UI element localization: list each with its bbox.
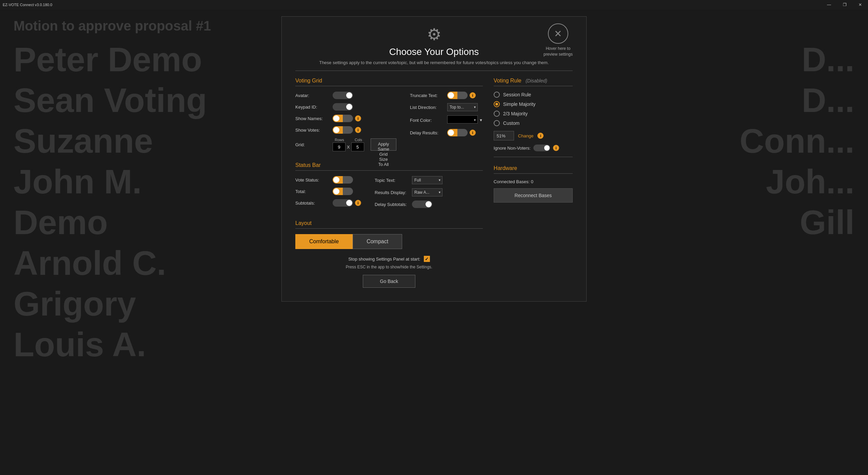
voting-grid-section: Voting Grid Avatar: [295, 78, 483, 155]
rows-label: Rows [333, 138, 346, 142]
cols-label: Cols [352, 138, 365, 142]
truncate-toggle-container: i [447, 92, 476, 99]
voting-rule-section: Voting Rule (Disabled) Session Rule [494, 78, 573, 151]
left-column: Voting Grid Avatar: [295, 78, 483, 288]
grid-label: Grid: [295, 142, 333, 147]
restore-button[interactable]: ❐ [837, 0, 852, 10]
simple-majority-label: Simple Majority [503, 101, 536, 107]
show-votes-toggle-container: i [333, 126, 361, 134]
status-bar-columns: Vote Status: Total: [295, 176, 483, 212]
comfortable-button[interactable]: Comfortable [295, 234, 353, 249]
truncate-info-icon[interactable]: i [470, 92, 476, 98]
total-toggle[interactable] [333, 188, 353, 195]
grid-labels: Rows Cols [333, 138, 365, 142]
twothirds-majority-option[interactable]: 2/3 Majority [494, 111, 573, 117]
show-votes-toggle[interactable] [333, 126, 353, 134]
show-votes-info-icon[interactable]: i [355, 127, 361, 133]
show-names-toggle[interactable] [333, 115, 353, 122]
close-button[interactable]: ✕ [852, 0, 868, 10]
voting-rule-info-icon[interactable]: i [537, 133, 544, 139]
list-direction-dropdown[interactable]: Top to... Bottom to... [447, 103, 478, 111]
stop-showing-label: Stop showing Settings Panel at start: [348, 256, 420, 262]
topic-text-dropdown[interactable]: Full Short None [412, 176, 442, 184]
delay-subtotals-toggle[interactable] [412, 201, 432, 208]
hardware-title: Hardware [494, 165, 573, 174]
keypad-toggle[interactable] [333, 103, 353, 111]
layout-buttons: Comfortable Compact [295, 234, 483, 249]
ignore-info-icon[interactable]: i [553, 145, 559, 151]
ignore-label: Ignore Non-Voters: [494, 146, 531, 151]
voting-rule-label: Voting Rule [494, 78, 521, 83]
avatar-toggle-knob [346, 92, 352, 98]
keypad-label: Keypad ID: [295, 104, 333, 110]
esc-hint: Press ESC in the app to show/hide the Se… [295, 265, 483, 269]
delay-results-toggle[interactable] [447, 129, 468, 136]
settings-overlay: ⚙ Choose Your Options These settings app… [0, 10, 868, 475]
simple-majority-radio [494, 101, 500, 107]
show-names-row: Show Names: i [295, 115, 396, 122]
grid-x-separator: X [346, 145, 351, 150]
window-controls: — ❐ ✕ [821, 0, 868, 10]
twothirds-radio [494, 111, 500, 117]
delay-subtotals-toggle-knob [426, 201, 432, 207]
color-dropdown-arrow: ▼ [479, 118, 483, 122]
truncate-toggle[interactable] [447, 92, 468, 99]
avatar-toggle[interactable] [333, 92, 353, 99]
footer: Stop showing Settings Panel at start: ✓ … [295, 256, 483, 288]
hardware-section: Hardware Connected Bases: 0 Reconnect Ba… [494, 165, 573, 203]
truncate-text-label: Truncate Text: [410, 93, 447, 98]
percent-row: Change i [494, 131, 573, 140]
preview-button[interactable]: ✕ Hover here topreview settings [544, 23, 573, 57]
avatar-label: Avatar: [295, 93, 333, 98]
show-names-label: Show Names: [295, 116, 333, 121]
topic-text-row: Topic Text: Full Short None [375, 176, 442, 184]
results-display-dropdown[interactable]: Raw A... Percent Both [412, 188, 442, 196]
vote-status-toggle-knob [333, 177, 339, 183]
list-direction-label: List Direction: [410, 105, 447, 110]
change-button[interactable]: Change [515, 133, 536, 138]
panel-subtitle: These settings apply to the current vote… [295, 60, 573, 65]
layout-title: Layout [295, 220, 483, 229]
settings-panel: ⚙ Choose Your Options These settings app… [281, 16, 587, 302]
percent-input[interactable] [494, 131, 514, 140]
topic-text-label: Topic Text: [375, 178, 412, 183]
layout-section: Layout Comfortable Compact [295, 220, 483, 249]
delay-subtotals-label: Delay Subtotals: [375, 202, 412, 207]
right-column: Voting Rule (Disabled) Session Rule [494, 78, 573, 288]
compact-button[interactable]: Compact [353, 234, 402, 249]
font-color-label: Font Color: [410, 118, 447, 123]
subtotals-row: Subtotals: i [295, 199, 361, 207]
delay-results-toggle-knob [448, 130, 454, 136]
stop-showing-checkbox[interactable]: ✓ [424, 256, 430, 262]
simple-majority-option[interactable]: Simple Majority [494, 101, 573, 107]
subtotals-toggle-knob [346, 200, 352, 206]
voting-rule-title: Voting Rule (Disabled) [494, 78, 573, 86]
panel-header: ⚙ Choose Your Options These settings app… [295, 17, 573, 71]
delay-results-info-icon[interactable]: i [470, 130, 476, 136]
preview-label: Hover here topreview settings [544, 46, 573, 57]
ignore-non-voters-row: Ignore Non-Voters: i [494, 145, 573, 151]
font-color-box[interactable] [447, 115, 478, 124]
show-names-info-icon[interactable]: i [355, 115, 361, 121]
show-votes-label: Show Votes: [295, 128, 333, 133]
font-color-picker-wrap [447, 115, 478, 125]
cols-input[interactable]: 5 [351, 142, 364, 151]
delay-results-toggle-container: i [447, 129, 476, 136]
session-rule-radio [494, 92, 500, 98]
rows-input[interactable]: 9 [333, 142, 346, 151]
vote-status-toggle[interactable] [333, 176, 353, 184]
minimize-button[interactable]: — [821, 0, 837, 10]
custom-option[interactable]: Custom [494, 120, 573, 126]
session-rule-label: Session Rule [503, 92, 531, 97]
subtotals-info-icon[interactable]: i [355, 200, 361, 206]
show-votes-row: Show Votes: i [295, 126, 396, 134]
session-rule-option[interactable]: Session Rule [494, 92, 573, 98]
apply-grid-button[interactable]: Apply Same Grid Size To All [371, 138, 396, 151]
reconnect-button[interactable]: Reconnect Bases [494, 188, 573, 203]
truncate-toggle-knob [448, 92, 454, 98]
subtotals-toggle[interactable] [333, 199, 353, 207]
ignore-toggle[interactable] [533, 145, 550, 151]
go-back-button[interactable]: Go Back [363, 275, 416, 288]
close-x-icon: ✕ [554, 28, 562, 39]
custom-label: Custom [503, 120, 519, 126]
